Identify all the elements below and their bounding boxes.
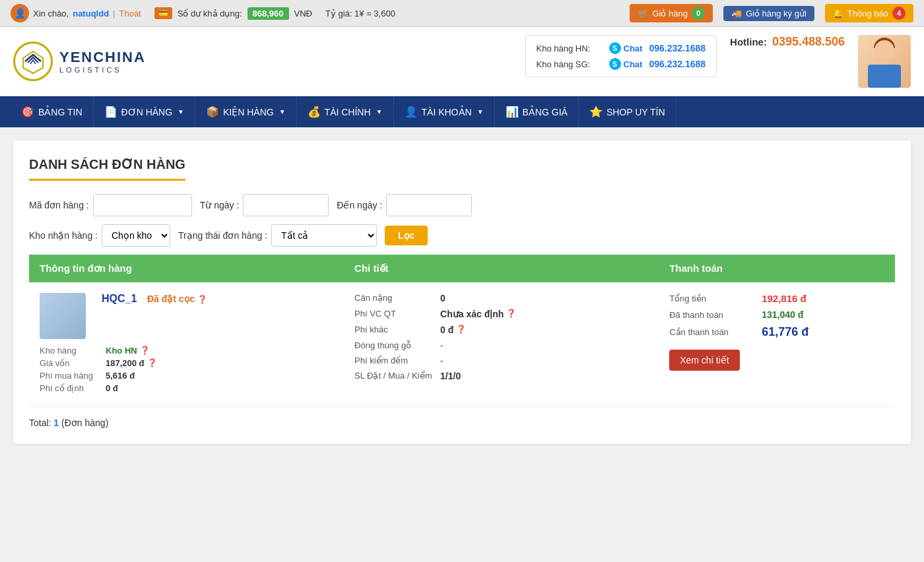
kho-sg-chat-button[interactable]: S Chat [609, 58, 643, 70]
ky-gui-label: Giỏ hàng ký gửi [746, 9, 807, 18]
notif-count: 4 [892, 7, 906, 20]
phi-khac-row: Phí khác 0 đ ❓ [354, 325, 648, 335]
trang-thai-select[interactable]: Tất cả Đang xử lý Hoàn thành Đã huỷ [271, 224, 377, 247]
den-ngay-label: Đến ngày : [337, 200, 382, 210]
bang-gia-icon: 📊 [506, 106, 519, 118]
ky-gui-button[interactable]: 🚚 Giỏ hàng ký gửi [723, 6, 814, 21]
status-help-icon[interactable]: ❓ [197, 295, 207, 304]
tai-khoan-icon: 👤 [405, 106, 418, 118]
bang-tin-icon: 🎯 [21, 106, 34, 118]
kho-hn-chat-label: Chat [624, 44, 643, 53]
balance-label: Số dư khả dụng: [178, 9, 242, 18]
balance-section: 💳 Số dư khả dụng: 868,960 VNĐ [154, 7, 312, 20]
phi-kiem-dem-label: Phí kiểm đếm [354, 356, 440, 365]
tu-ngay-input[interactable] [243, 194, 329, 216]
logo-sub: LOGISTICS [59, 66, 146, 74]
content-box: DANH SÁCH ĐƠN HÀNG Mã đơn hàng : Từ ngày… [13, 140, 911, 444]
rate-text: Tỷ giá: 1¥ = 3,600 [325, 9, 395, 18]
contact-box: Kho hàng HN: S Chat 096.232.1688 Kho hàn… [525, 35, 717, 77]
total-unit: (Đơn hàng) [61, 418, 108, 428]
balance-value: 868,960 [248, 7, 289, 20]
order-code[interactable]: HQC_1 [102, 293, 137, 304]
nav-tai-khoan[interactable]: 👤 TÀI KHOẢN ▼ [394, 96, 495, 127]
trang-thai-group: Trạng thái đơn hàng : Tất cả Đang xử lý … [178, 224, 377, 247]
sl-dat-row: SL Đặt / Mua / Kiểm 1/1/0 [354, 371, 648, 381]
order-info-col: HQC_1 Đã đặt cọc ❓ Kho hàng Kho HN ❓ Giá… [29, 293, 344, 396]
can-thanh-toan-row: Cần thanh toán 61,776 đ [669, 325, 884, 339]
shop-uy-tin-icon: ⭐ [589, 106, 603, 118]
tong-tien-label: Tổng tiền [669, 294, 762, 303]
phi-vc-row: Phí VC QT Chưa xác định ❓ [354, 309, 648, 319]
tai-chinh-icon: 💰 [308, 106, 321, 118]
den-ngay-input[interactable] [386, 194, 472, 216]
dong-thung-row: Đóng thùng gỗ - [354, 340, 648, 350]
nav-bang-tin[interactable]: 🎯 BẢNG TIN [11, 96, 94, 127]
total-value: 1 [53, 418, 59, 428]
phi-vc-label: Phí VC QT [354, 309, 440, 319]
logout-link[interactable]: Thoát [119, 9, 141, 18]
skype-icon-sg: S [609, 58, 621, 70]
filter-button[interactable]: Lọc [385, 226, 428, 245]
nav-shop-uy-tin-label: SHOP UY TÍN [607, 107, 665, 117]
can-nang-row: Cân nặng 0 [354, 293, 648, 303]
da-thanh-toan-label: Đã thanh toán [669, 310, 762, 320]
agent-head [874, 40, 894, 60]
header: YENCHINA LOGISTICS Kho hàng HN: S Chat 0… [0, 27, 924, 96]
gia-von-help-icon[interactable]: ❓ [147, 358, 157, 368]
notif-label: Thông báo [847, 9, 888, 18]
gia-von-value: 187,200 đ [106, 358, 145, 368]
page-title: DANH SÁCH ĐƠN HÀNG [29, 156, 185, 181]
col-thong-tin: Thông tin đơn hàng [29, 255, 344, 282]
nav-tai-chinh[interactable]: 💰 TÀI CHÍNH ▼ [297, 96, 394, 127]
ma-don-hang-label: Mã đơn hàng : [29, 200, 89, 210]
phi-vc-help-icon[interactable]: ❓ [506, 309, 516, 319]
nav-bang-gia[interactable]: 📊 BẢNG GIÁ [495, 96, 579, 127]
phi-mua-label: Phí mua hàng [40, 371, 106, 381]
order-details: Kho hàng Kho HN ❓ Giá vốn 187,200 đ ❓ Ph… [40, 346, 333, 393]
view-detail-button[interactable]: Xem chi tiết [669, 350, 739, 371]
phi-mua-row: Phí mua hàng 5,616 đ [40, 371, 333, 381]
nav-bang-gia-label: BẢNG GIÁ [523, 107, 568, 117]
trang-thai-label: Trạng thái đơn hàng : [178, 230, 267, 241]
phi-khac-help-icon[interactable]: ❓ [456, 325, 466, 335]
da-thanh-toan-value: 131,040 đ [762, 309, 803, 320]
greeting-text: Xin chào, [33, 9, 69, 18]
notification-button[interactable]: 🔔 Thông báo 4 [825, 4, 913, 22]
logo-icon [13, 42, 53, 81]
can-nang-label: Cân nặng [354, 293, 440, 303]
col-thanh-toan: Thanh toán [659, 255, 895, 282]
order-status: Đã đặt cọc [147, 294, 195, 304]
nav-shop-uy-tin[interactable]: ⭐ SHOP UY TÍN [579, 96, 676, 127]
total-label: Total: [29, 418, 51, 428]
cart-button[interactable]: 🛒 Giỏ hàng 0 [630, 4, 713, 22]
kho-help-icon[interactable]: ❓ [140, 346, 150, 356]
logo-text-block: YENCHINA LOGISTICS [59, 49, 146, 74]
header-right: Kho hàng HN: S Chat 096.232.1688 Kho hàn… [525, 35, 911, 88]
agent-image [858, 35, 911, 88]
tong-tien-row: Tổng tiền 192,816 đ [669, 293, 884, 304]
bell-icon: 🔔 [833, 9, 843, 18]
search-form: Mã đơn hàng : Từ ngày : Đến ngày : [29, 194, 895, 216]
can-nang-value: 0 [440, 293, 446, 303]
nav-kien-hang[interactable]: 📦 KIỆN HÀNG ▼ [195, 96, 297, 127]
username[interactable]: natuqldd [73, 9, 109, 18]
can-thanh-toan-label: Cần thanh toán [669, 327, 762, 337]
phi-co-dinh-row: Phí cố định 0 đ [40, 383, 333, 393]
nav-tai-chinh-label: TÀI CHÍNH [325, 107, 371, 117]
gia-von-row: Giá vốn 187,200 đ ❓ [40, 358, 333, 368]
skype-icon-hn: S [609, 42, 621, 54]
nav-don-hang[interactable]: 📄 ĐƠN HÀNG ▼ [94, 96, 195, 127]
phi-khac-label: Phí khác [354, 325, 440, 335]
ma-don-hang-input[interactable] [93, 194, 192, 216]
dong-thung-value: - [440, 340, 443, 350]
kho-nhan-select[interactable]: Chọn kho Kho HN Kho SG [102, 224, 170, 247]
don-hang-icon: 📄 [104, 106, 117, 118]
tu-ngay-label: Từ ngày : [200, 200, 240, 210]
table-header: Thông tin đơn hàng Chi tiết Thanh toán [29, 255, 895, 282]
order-thumbnail [40, 293, 86, 339]
kho-hn-chat-button[interactable]: S Chat [609, 42, 643, 54]
main-nav: 🎯 BẢNG TIN 📄 ĐƠN HÀNG ▼ 📦 KIỆN HÀNG ▼ 💰 … [0, 96, 924, 127]
da-thanh-toan-row: Đã thanh toán 131,040 đ [669, 309, 884, 320]
gia-von-label: Giá vốn [40, 358, 106, 368]
kho-label: Kho hàng [40, 346, 106, 356]
